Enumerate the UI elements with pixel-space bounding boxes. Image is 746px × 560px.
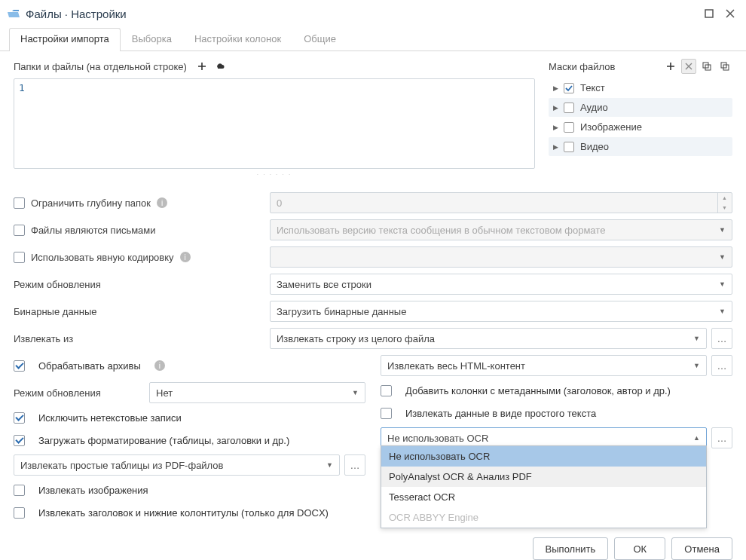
mail-text-version-select: Использовать версию текста сообщения в о… <box>270 219 732 240</box>
tab-sampling[interactable]: Выборка <box>121 28 183 51</box>
masks-header: Маски файлов <box>549 59 732 74</box>
upload-cloud-icon[interactable] <box>212 59 228 74</box>
ocr-option-abbyy: OCR ABBYY Engine <box>381 507 706 528</box>
mask-item-text[interactable]: ▶ Текст <box>549 78 732 97</box>
cancel-button[interactable]: Отмена <box>671 537 732 560</box>
mask-checkbox[interactable] <box>564 142 574 152</box>
maximize-button[interactable] <box>701 5 717 22</box>
chevron-down-icon: ▼ <box>719 226 726 234</box>
chevron-down-icon: ▼ <box>719 253 726 261</box>
pdf-tables-select[interactable]: Извлекать простые таблицы из PDF-файлов … <box>14 454 340 476</box>
exclude-nontext-checkbox[interactable] <box>14 412 25 424</box>
update-mode2-label: Режим обновления <box>14 387 101 399</box>
resize-handle[interactable]: · · · · · · <box>14 171 535 179</box>
add-meta-cols-label: Добавить колонки с метаданными (заголово… <box>405 385 671 396</box>
ocr-option-polyanalyst[interactable]: PolyAnalyst OCR & Анализ PDF <box>381 467 706 487</box>
mask-item-image[interactable]: ▶ Изображение <box>549 118 732 136</box>
extract-headers-docx-label: Извлекать заголовок и нижние колонтитулы… <box>38 507 329 519</box>
extract-images-label: Извлекать изображения <box>38 485 148 496</box>
bottom-bar: Выполнить ОК Отмена <box>0 531 746 560</box>
binary-data-select[interactable]: Загрузить бинарные данные ▼ <box>270 301 732 322</box>
chevron-down-icon: ▼ <box>693 362 700 369</box>
svg-rect-0 <box>705 10 713 17</box>
chevron-down-icon: ▼ <box>719 280 726 288</box>
limit-depth-label: Ограничить глубину папок <box>31 197 151 209</box>
tab-column-settings[interactable]: Настройки колонок <box>183 28 292 51</box>
chevron-right-icon: ▶ <box>553 84 561 92</box>
limit-depth-input: 0 ▲▼ <box>270 192 732 213</box>
update-mode-label: Режим обновления <box>14 279 101 290</box>
folder-open-icon <box>8 9 20 18</box>
info-icon[interactable]: i <box>180 252 191 262</box>
paths-input[interactable] <box>14 78 535 169</box>
ocr-option-tesseract[interactable]: Tesseract OCR <box>381 487 706 507</box>
html-content-select[interactable]: Извлекать весь HTML-контент ▼ <box>381 355 707 376</box>
chevron-right-icon: ▶ <box>553 143 561 151</box>
copy-mask-button-2[interactable] <box>717 59 732 74</box>
exclude-nontext-label: Исключить нетекстовые записи <box>38 412 182 424</box>
tabs: Настройки импорта Выборка Настройки коло… <box>0 27 746 51</box>
mask-item-video[interactable]: ▶ Видео <box>549 137 732 156</box>
extract-plain-checkbox[interactable] <box>381 408 392 419</box>
mask-checkbox[interactable] <box>564 103 574 113</box>
close-button[interactable] <box>722 5 738 22</box>
update-mode-select[interactable]: Заменить все строки ▼ <box>270 274 732 295</box>
extract-plain-label: Извлекать данные в виде простого текста <box>405 408 596 419</box>
execute-button[interactable]: Выполнить <box>533 537 609 560</box>
add-path-button[interactable] <box>194 59 209 74</box>
remove-mask-button[interactable] <box>681 59 696 74</box>
pdf-tables-more-button[interactable]: … <box>344 454 365 476</box>
html-content-more-button[interactable]: … <box>711 355 732 376</box>
files-are-mails-checkbox[interactable] <box>14 225 25 236</box>
mask-list: ▶ Текст ▶ Аудио ▶ Изображение ▶ Видео <box>549 78 732 156</box>
mask-item-label: Текст <box>580 82 605 93</box>
load-formatting-label: Загружать форматирование (таблицы, загол… <box>38 435 289 446</box>
files-are-mails-label: Файлы являются письмами <box>31 225 156 236</box>
chevron-down-icon: ▼ <box>352 389 359 396</box>
tab-import-settings[interactable]: Настройки импорта <box>9 28 121 51</box>
extract-headers-docx-checkbox[interactable] <box>14 507 25 519</box>
mask-item-audio[interactable]: ▶ Аудио <box>549 98 732 117</box>
chevron-up-icon: ▲ <box>693 434 700 442</box>
ok-button[interactable]: ОК <box>614 537 665 560</box>
extract-from-more-button[interactable]: … <box>711 328 732 349</box>
load-formatting-checkbox[interactable] <box>14 435 25 446</box>
info-icon[interactable]: i <box>154 360 165 371</box>
ocr-dropdown: Не использовать OCR PolyAnalyst OCR & Ан… <box>381 445 707 528</box>
process-archives-label: Обрабатывать архивы <box>38 360 141 372</box>
add-mask-button[interactable] <box>663 59 678 74</box>
tab-general[interactable]: Общие <box>292 28 347 51</box>
chevron-down-icon: ▼ <box>326 461 333 469</box>
folders-files-label: Папки и файлы (на отдельной строке) <box>14 61 187 72</box>
spinner: ▲▼ <box>717 193 731 213</box>
encoding-select: ▼ <box>270 246 732 268</box>
chevron-right-icon: ▶ <box>553 104 561 112</box>
chevron-down-icon: ▼ <box>693 335 700 342</box>
chevron-down-icon: ▼ <box>719 308 726 315</box>
limit-depth-checkbox[interactable] <box>14 197 25 209</box>
mask-item-label: Аудио <box>580 102 608 113</box>
use-encoding-checkbox[interactable] <box>14 252 25 263</box>
extract-images-checkbox[interactable] <box>14 485 25 496</box>
ocr-more-button[interactable]: … <box>711 427 732 448</box>
add-meta-cols-checkbox[interactable] <box>381 385 392 396</box>
extract-from-label: Извлекать из <box>14 333 73 344</box>
folders-files-header: Папки и файлы (на отдельной строке) <box>14 59 535 74</box>
extract-from-select[interactable]: Извлекать строку из целого файла ▼ <box>270 328 707 349</box>
titlebar: Файлы · Настройки <box>0 0 746 27</box>
copy-mask-button[interactable] <box>699 59 714 74</box>
mask-item-label: Видео <box>580 141 609 152</box>
mask-checkbox[interactable] <box>564 83 574 93</box>
use-encoding-label: Использовать явную кодировку <box>31 252 174 263</box>
process-archives-checkbox[interactable] <box>14 360 25 372</box>
mask-item-label: Изображение <box>580 121 642 133</box>
update-mode2-select[interactable]: Нет ▼ <box>149 382 365 403</box>
window-title: Файлы · Настройки <box>26 8 696 20</box>
info-icon[interactable]: i <box>157 197 167 208</box>
binary-data-label: Бинарные данные <box>14 306 97 317</box>
mask-checkbox[interactable] <box>564 122 574 133</box>
ocr-option-none[interactable]: Не использовать OCR <box>381 446 706 467</box>
masks-label: Маски файлов <box>549 61 615 72</box>
chevron-right-icon: ▶ <box>553 124 561 131</box>
